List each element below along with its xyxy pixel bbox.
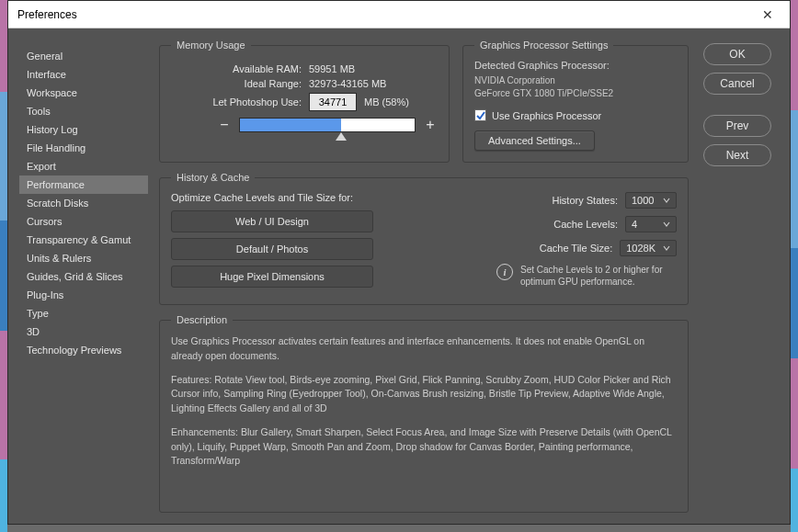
sidebar-item-technology-previews[interactable]: Technology Previews bbox=[19, 341, 148, 359]
advanced-settings-button[interactable]: Advanced Settings... bbox=[474, 130, 595, 151]
gpu-model: GeForce GTX 1080 Ti/PCIe/SSE2 bbox=[474, 87, 677, 100]
chevron-down-icon bbox=[663, 219, 670, 230]
cache-levels-value: 4 bbox=[632, 219, 637, 230]
memory-slider-fill bbox=[240, 119, 341, 131]
sidebar-item-file-handling[interactable]: File Handling bbox=[19, 139, 148, 157]
description-group: Description Use Graphics Processor activ… bbox=[159, 314, 689, 513]
available-ram-label: Available RAM: bbox=[171, 63, 309, 74]
memory-slider[interactable] bbox=[239, 118, 416, 132]
gpu-group: Graphics Processor Settings Detected Gra… bbox=[462, 40, 689, 163]
sidebar-item-performance[interactable]: Performance bbox=[19, 175, 148, 194]
sidebar-item-general[interactable]: General bbox=[19, 47, 148, 65]
preferences-dialog: Preferences ✕ GeneralInterfaceWorkspaceT… bbox=[7, 0, 791, 525]
sidebar-item-3d[interactable]: 3D bbox=[19, 323, 148, 341]
preset-default-button[interactable]: Default / Photos bbox=[171, 238, 373, 260]
category-sidebar: GeneralInterfaceWorkspaceToolsHistory Lo… bbox=[19, 40, 148, 513]
cache-tile-select[interactable]: 1028K bbox=[620, 240, 677, 256]
memory-usage-group: Memory Usage Available RAM: 59951 MB Ide… bbox=[159, 40, 450, 163]
cache-tile-value: 1028K bbox=[626, 243, 656, 254]
info-icon: i bbox=[496, 264, 513, 280]
history-cache-legend: History & Cache bbox=[171, 172, 255, 183]
main-panel: Memory Usage Available RAM: 59951 MB Ide… bbox=[148, 40, 696, 513]
gpu-info: NVIDIA Corporation GeForce GTX 1080 Ti/P… bbox=[474, 74, 677, 100]
sidebar-item-workspace[interactable]: Workspace bbox=[19, 84, 148, 102]
cancel-button[interactable]: Cancel bbox=[703, 73, 771, 95]
next-button[interactable]: Next bbox=[703, 144, 771, 166]
prev-button[interactable]: Prev bbox=[703, 115, 771, 137]
history-states-value: 1000 bbox=[632, 195, 654, 206]
window-title: Preferences bbox=[17, 8, 755, 21]
sidebar-item-scratch-disks[interactable]: Scratch Disks bbox=[19, 194, 148, 212]
optimize-label: Optimize Cache Levels and Tile Size for: bbox=[171, 192, 382, 203]
sidebar-item-type[interactable]: Type bbox=[19, 304, 148, 323]
cache-levels-label: Cache Levels: bbox=[553, 219, 618, 230]
available-ram-value: 59951 MB bbox=[309, 63, 355, 74]
sidebar-item-units-rulers[interactable]: Units & Rulers bbox=[19, 249, 148, 267]
ideal-range-value: 32973-43165 MB bbox=[309, 78, 386, 89]
sidebar-item-transparency-gamut[interactable]: Transparency & Gamut bbox=[19, 231, 148, 249]
chevron-down-icon bbox=[663, 195, 670, 206]
preset-web-ui-button[interactable]: Web / UI Design bbox=[171, 210, 373, 232]
detected-gpu-label: Detected Graphics Processor: bbox=[474, 60, 677, 71]
description-p1: Use Graphics Processor activates certain… bbox=[171, 334, 677, 364]
cache-hint: Set Cache Levels to 2 or higher for opti… bbox=[520, 264, 677, 288]
sidebar-item-plug-ins[interactable]: Plug-Ins bbox=[19, 286, 148, 304]
sidebar-item-cursors[interactable]: Cursors bbox=[19, 212, 148, 231]
description-legend: Description bbox=[171, 314, 233, 325]
cache-levels-select[interactable]: 4 bbox=[625, 216, 677, 232]
description-p2: Features: Rotate View tool, Birds-eye zo… bbox=[171, 373, 677, 416]
memory-legend: Memory Usage bbox=[171, 40, 251, 51]
memory-slider-thumb[interactable] bbox=[336, 132, 347, 141]
memory-increase-button[interactable]: + bbox=[423, 117, 438, 133]
sidebar-item-export[interactable]: Export bbox=[19, 157, 148, 175]
gpu-legend: Graphics Processor Settings bbox=[474, 40, 613, 51]
preset-huge-button[interactable]: Huge Pixel Dimensions bbox=[171, 266, 373, 288]
history-states-select[interactable]: 1000 bbox=[625, 192, 677, 209]
ideal-range-label: Ideal Range: bbox=[171, 78, 309, 89]
use-gpu-checkbox[interactable]: Use Graphics Processor bbox=[474, 109, 677, 121]
ok-button[interactable]: OK bbox=[703, 43, 771, 65]
memory-decrease-button[interactable]: − bbox=[217, 117, 232, 133]
use-gpu-label: Use Graphics Processor bbox=[492, 110, 601, 121]
sidebar-item-interface[interactable]: Interface bbox=[19, 65, 148, 84]
titlebar: Preferences ✕ bbox=[8, 1, 790, 28]
checkbox-icon bbox=[474, 109, 486, 121]
sidebar-item-tools[interactable]: Tools bbox=[19, 102, 148, 120]
sidebar-item-history-log[interactable]: History Log bbox=[19, 120, 148, 139]
close-icon[interactable]: ✕ bbox=[755, 7, 781, 22]
sidebar-item-guides-grid-slices[interactable]: Guides, Grid & Slices bbox=[19, 267, 148, 286]
dialog-buttons: OK Cancel Prev Next bbox=[696, 40, 779, 513]
history-cache-group: History & Cache Optimize Cache Levels an… bbox=[159, 172, 689, 305]
let-use-label: Let Photoshop Use: bbox=[171, 96, 309, 108]
let-use-unit: MB (58%) bbox=[364, 96, 409, 108]
gpu-vendor: NVIDIA Corporation bbox=[474, 74, 677, 87]
let-use-input[interactable] bbox=[309, 93, 357, 111]
cache-tile-label: Cache Tile Size: bbox=[540, 243, 612, 254]
chevron-down-icon bbox=[663, 243, 670, 254]
history-states-label: History States: bbox=[552, 195, 618, 206]
description-p3: Enhancements: Blur Gallery, Smart Sharpe… bbox=[171, 425, 677, 469]
